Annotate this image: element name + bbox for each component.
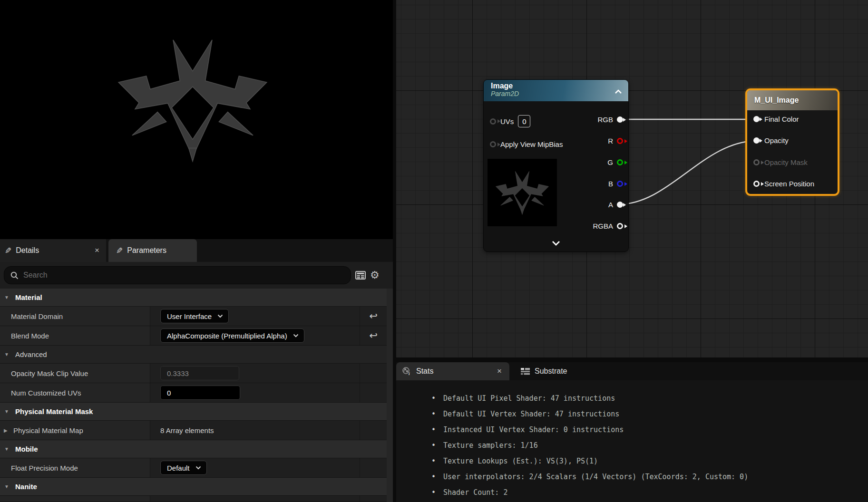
search-icon <box>10 271 19 280</box>
close-tab-icon[interactable]: × <box>495 367 504 376</box>
chevron-down-icon <box>293 334 299 338</box>
pin-final-color: Final Color <box>753 115 799 123</box>
tab-details-label: Details <box>16 246 88 255</box>
uvs-input-pin[interactable] <box>490 118 496 125</box>
pin-screen-position: Screen Position <box>753 180 814 188</box>
reset-to-default-icon[interactable]: ↩ <box>369 310 378 322</box>
output-b: B <box>608 180 623 188</box>
result-node-header[interactable]: M_UI_Image <box>747 90 838 110</box>
collapse-node-icon[interactable] <box>614 87 622 96</box>
stat-line: Instanced UI Vertex Shader: 0 instructio… <box>430 422 868 438</box>
row-blend-mode: Blend Mode AlphaComposite (Premultiplied… <box>0 326 387 346</box>
tab-stats-label: Stats <box>416 367 490 376</box>
image-node-title: Image <box>491 82 623 90</box>
output-a: A <box>608 201 623 209</box>
stat-line: User interpolators: 2/4 Scalars (1/4 Vec… <box>430 469 868 485</box>
chevron-down-icon: ▼ <box>4 484 10 489</box>
chevron-down-icon: ▼ <box>4 352 10 357</box>
output-g: G <box>607 158 623 166</box>
details-tabbar: ✎ Details × ✎ Parameters <box>0 239 393 262</box>
close-tab-icon[interactable]: × <box>93 246 101 255</box>
chevron-down-icon <box>217 314 223 318</box>
opacity-input-pin[interactable] <box>753 137 760 144</box>
a-output-pin[interactable] <box>617 202 623 208</box>
section-physical-material-mask[interactable]: ▼ Physical Material Mask <box>0 403 387 421</box>
row-material-domain: Material Domain User Interface ↩ <box>0 307 387 326</box>
float-precision-mode-value: Default <box>167 464 190 472</box>
search-box[interactable] <box>4 266 351 284</box>
opacity-mask-input-pin <box>753 159 760 165</box>
stats-list: Default UI Pixel Shader: 47 instructions… <box>430 391 868 501</box>
output-g-label: G <box>607 158 613 166</box>
row-partial <box>0 496 387 502</box>
row-opacity-mask-clip: Opacity Mask Clip Value 0.3333 <box>0 364 387 383</box>
float-precision-mode-dropdown[interactable]: Default <box>160 461 207 475</box>
blend-mode-value: AlphaComposite (Premultiplied Alpha) <box>167 332 287 340</box>
mipbias-input-pin[interactable] <box>490 141 496 147</box>
blend-mode-label: Blend Mode <box>0 326 150 345</box>
pencil-icon: ✎ <box>5 246 11 256</box>
float-precision-mode-label: Float Precision Mode <box>0 458 150 477</box>
tab-stats[interactable]: i Stats × <box>396 362 509 380</box>
uvs-value-box[interactable]: 0 <box>518 115 530 127</box>
screen-position-input-pin[interactable] <box>753 181 760 187</box>
g-output-pin[interactable] <box>617 159 623 165</box>
svg-text:i: i <box>409 371 410 376</box>
table-view-icon[interactable] <box>355 271 366 280</box>
screen-position-label: Screen Position <box>764 180 814 188</box>
chevron-down-icon: ▼ <box>4 446 10 452</box>
output-rgba-label: RGBA <box>593 222 613 230</box>
rgba-output-pin[interactable] <box>617 223 623 229</box>
stat-line: Default UI Pixel Shader: 47 instructions <box>430 391 868 406</box>
tab-details[interactable]: ✎ Details × <box>0 239 106 262</box>
section-advanced-label: Advanced <box>15 350 47 358</box>
image-node-subtitle: Param2D <box>491 90 623 97</box>
tab-substrate[interactable]: Substrate <box>512 362 575 380</box>
image-param2d-node[interactable]: Image Param2D UVs 0 Apply View MipBias <box>483 79 629 252</box>
chevron-down-icon: ▼ <box>4 409 10 414</box>
section-mobile-label: Mobile <box>15 445 38 453</box>
graph-area: Image Param2D UVs 0 Apply View MipBias <box>396 0 868 502</box>
image-node-header[interactable]: Image Param2D <box>484 80 628 101</box>
rgb-output-pin[interactable] <box>617 116 623 123</box>
tab-parameters[interactable]: ✎ Parameters <box>108 239 197 262</box>
reset-to-default-icon[interactable]: ↩ <box>369 330 378 341</box>
physical-material-map-value: 8 Array elements <box>160 426 214 434</box>
opacity-mask-clip-label: Opacity Mask Clip Value <box>0 364 150 383</box>
search-input[interactable] <box>23 271 344 280</box>
material-domain-dropdown[interactable]: User Interface <box>160 309 229 323</box>
texture-preview-thumbnail <box>488 159 557 226</box>
r-output-pin[interactable] <box>617 138 623 144</box>
b-output-pin[interactable] <box>617 181 623 187</box>
final-color-input-pin[interactable] <box>753 116 760 122</box>
pin-opacity: Opacity <box>753 136 789 145</box>
section-mobile[interactable]: ▼ Mobile <box>0 440 387 458</box>
material-domain-label: Material Domain <box>0 307 150 326</box>
output-b-label: B <box>608 180 613 188</box>
output-rgba: RGBA <box>593 222 623 230</box>
pencil-icon: ✎ <box>116 246 123 256</box>
pin-opacity-mask: Opacity Mask <box>753 158 808 166</box>
material-preview-emblem <box>95 26 290 173</box>
material-result-node[interactable]: M_UI_Image Final Color Opacity Opacity M… <box>745 88 839 196</box>
substrate-list-icon <box>521 368 530 375</box>
blend-mode-dropdown[interactable]: AlphaComposite (Premultiplied Alpha) <box>160 328 304 343</box>
output-r-label: R <box>608 137 613 145</box>
panel-divider[interactable] <box>393 0 396 502</box>
output-rgb-label: RGB <box>597 116 613 124</box>
physical-material-map-label: Physical Material Map <box>13 426 83 434</box>
section-material[interactable]: ▼ Material <box>0 289 387 307</box>
settings-gear-icon[interactable]: ⚙ <box>370 270 380 280</box>
section-advanced[interactable]: ▼ Advanced <box>0 346 387 364</box>
material-editor-window: ✎ Details × ✎ Parameters ⚙ ▼ <box>0 0 868 502</box>
row-num-customized-uvs: Num Customized UVs 0 <box>0 383 387 403</box>
num-customized-uvs-input[interactable]: 0 <box>160 386 240 400</box>
stats-panel-divider[interactable] <box>396 357 868 362</box>
chevron-right-icon[interactable]: ▶ <box>4 428 10 433</box>
material-preview-viewport[interactable] <box>0 0 393 239</box>
section-nanite[interactable]: ▼ Nanite <box>0 478 387 496</box>
tab-substrate-label: Substrate <box>535 367 567 376</box>
details-scrollbar-track[interactable] <box>387 289 393 502</box>
expand-node-icon[interactable] <box>552 239 560 248</box>
opacity-label: Opacity <box>764 136 789 145</box>
